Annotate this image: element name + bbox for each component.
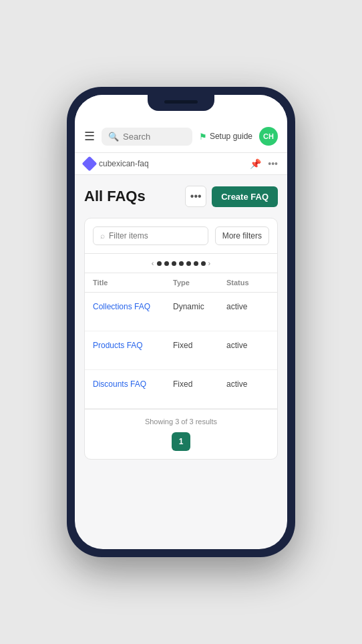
create-faq-button[interactable]: Create FAQ bbox=[212, 186, 278, 207]
pag-dot-5[interactable] bbox=[186, 261, 191, 266]
row-2-type: Fixed bbox=[173, 341, 226, 350]
pag-right-arrow[interactable]: › bbox=[208, 259, 211, 267]
main-content: All FAQs ••• Create FAQ ⌕ bbox=[75, 175, 287, 549]
phone-screen: ☰ 🔍 ⚑ Setup guide CH cubexican-faq 📌 ••• bbox=[75, 95, 287, 549]
avatar: CH bbox=[259, 127, 278, 146]
breadcrumb-more-icon[interactable]: ••• bbox=[268, 158, 278, 169]
search-input[interactable] bbox=[123, 132, 186, 142]
page-title: All FAQs bbox=[84, 188, 146, 205]
row-3-type: Fixed bbox=[173, 379, 226, 389]
pagination-dots-row: ‹ › bbox=[85, 254, 277, 273]
breadcrumb-bar: cubexican-faq 📌 ••• bbox=[75, 153, 287, 175]
pag-dot-2[interactable] bbox=[164, 261, 169, 266]
filter-row: ⌕ More filters bbox=[85, 218, 277, 254]
row-1-status: active bbox=[226, 302, 278, 311]
pag-dot-3[interactable] bbox=[172, 261, 176, 266]
showing-text: Showing 3 of 3 results bbox=[93, 418, 269, 426]
pag-dot-1[interactable] bbox=[157, 261, 162, 266]
breadcrumb-text: cubexican-faq bbox=[99, 159, 149, 168]
setup-guide-button[interactable]: ⚑ Setup guide bbox=[199, 132, 252, 142]
notch-speaker bbox=[164, 100, 198, 104]
pag-dot-4[interactable] bbox=[179, 261, 184, 266]
search-bar[interactable]: 🔍 bbox=[102, 128, 192, 146]
pin-icon[interactable]: 📌 bbox=[250, 158, 261, 169]
row-3-title[interactable]: Discounts FAQ bbox=[93, 379, 173, 389]
filter-input[interactable] bbox=[109, 231, 201, 240]
col-header-title: Title bbox=[93, 279, 173, 287]
pag-dot-7[interactable] bbox=[201, 261, 206, 266]
page-1-button[interactable]: 1 bbox=[172, 432, 190, 451]
table-row: Products FAQ Fixed active Co e0596a50-a7… bbox=[85, 331, 277, 370]
table-card: ⌕ More filters ‹ bbox=[84, 218, 278, 460]
header-actions: ••• Create FAQ bbox=[185, 186, 278, 207]
row-3-status: active bbox=[226, 379, 278, 389]
col-header-type: Type bbox=[173, 279, 226, 287]
phone-shell: ☰ 🔍 ⚑ Setup guide CH cubexican-faq 📌 ••• bbox=[67, 87, 295, 557]
pag-dot-6[interactable] bbox=[194, 261, 198, 266]
search-icon: 🔍 bbox=[108, 132, 119, 142]
row-1-type: Dynamic bbox=[173, 302, 226, 311]
flag-icon: ⚑ bbox=[199, 132, 207, 142]
page-header: All FAQs ••• Create FAQ bbox=[84, 186, 278, 207]
more-options-button[interactable]: ••• bbox=[185, 186, 206, 207]
breadcrumb-left: cubexican-faq bbox=[84, 158, 149, 169]
table-footer: Showing 3 of 3 results 1 bbox=[85, 409, 277, 459]
col-headers: Title Type Status Co bbox=[85, 273, 277, 293]
filter-search-icon: ⌕ bbox=[100, 231, 105, 240]
row-2-status: active bbox=[226, 341, 278, 350]
breadcrumb-right: 📌 ••• bbox=[250, 158, 278, 169]
brand-diamond-icon bbox=[82, 156, 98, 172]
table-row: Discounts FAQ Fixed active Co c321f4f2-f… bbox=[85, 370, 277, 409]
row-2-title[interactable]: Products FAQ bbox=[93, 341, 173, 350]
row-1-title[interactable]: Collections FAQ bbox=[93, 302, 173, 311]
table-row: Collections FAQ Dynamic active Co e43029… bbox=[85, 293, 277, 331]
setup-guide-label: Setup guide bbox=[210, 132, 252, 141]
pag-left-arrow[interactable]: ‹ bbox=[152, 259, 154, 267]
phone-notch bbox=[148, 95, 214, 111]
hamburger-icon[interactable]: ☰ bbox=[84, 129, 95, 144]
filter-input-wrap[interactable]: ⌕ bbox=[93, 226, 208, 245]
page-numbers: 1 bbox=[93, 432, 269, 451]
col-header-status: Status bbox=[226, 279, 278, 287]
more-filters-button[interactable]: More filters bbox=[215, 226, 269, 245]
